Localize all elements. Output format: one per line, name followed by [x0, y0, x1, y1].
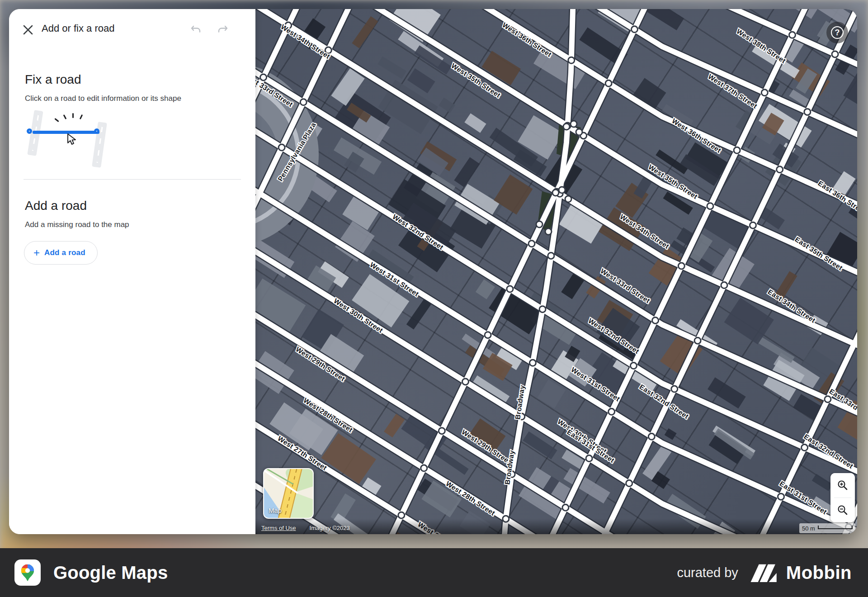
road-node[interactable]	[761, 90, 768, 96]
satellite-map-canvas[interactable]: West 34th StreetWest 36th StreetWest 38t…	[255, 9, 857, 534]
road-node[interactable]	[260, 74, 267, 81]
road-endpoint-right-graphic	[94, 128, 99, 134]
add-a-road-description: Add a missing road to the map	[25, 220, 224, 229]
redo-icon[interactable]	[217, 24, 229, 35]
road-node[interactable]	[398, 512, 405, 518]
dialog-title: Add or fix a road	[42, 23, 114, 34]
add-a-road-heading: Add a road	[25, 199, 255, 213]
question-mark-icon: ?	[831, 26, 844, 39]
mobbin-logo-icon	[750, 563, 780, 582]
road-node[interactable]	[630, 363, 637, 369]
road-node[interactable]	[734, 147, 740, 153]
road-node[interactable]	[548, 252, 554, 259]
scale-line	[818, 526, 853, 529]
terms-of-use-link[interactable]: Terms of Use	[261, 525, 296, 531]
road-node[interactable]	[552, 190, 559, 196]
zoom-in-icon	[837, 479, 849, 491]
road-node[interactable]	[652, 317, 659, 323]
road-node[interactable]	[503, 516, 509, 522]
road-node[interactable]	[576, 129, 582, 135]
add-a-road-button[interactable]: + Add a road	[24, 241, 98, 265]
road-node[interactable]	[565, 196, 571, 202]
road-node[interactable]	[626, 480, 632, 487]
road-node[interactable]	[568, 57, 575, 63]
road-node[interactable]	[507, 286, 513, 292]
road-node[interactable]	[545, 228, 552, 235]
road-node[interactable]	[278, 144, 285, 151]
map-view-toggle-inset[interactable]: Map	[263, 468, 314, 519]
panel-header: Add or fix a road	[9, 9, 255, 51]
fix-a-road-heading: Fix a road	[25, 72, 255, 87]
road-node[interactable]	[562, 504, 569, 511]
road-endpoint-left-graphic	[27, 128, 32, 134]
road-node[interactable]	[586, 455, 592, 462]
road-node[interactable]	[559, 187, 565, 193]
close-icon[interactable]	[22, 24, 34, 36]
road-node[interactable]	[536, 221, 542, 227]
road-overlay-layer[interactable]: West 34th StreetWest 36th StreetWest 38t…	[255, 9, 857, 534]
road-node[interactable]	[528, 241, 535, 247]
section-divider	[24, 179, 241, 180]
add-a-road-button-label: Add a road	[44, 248, 85, 257]
add-or-fix-road-dialog: Add or fix a road Fix a road Click on a …	[9, 9, 857, 534]
road-node[interactable]	[778, 493, 784, 500]
zoom-controls	[830, 473, 855, 522]
fix-a-road-description: Click on a road to edit information or i…	[25, 94, 224, 103]
footer-bar: Google Maps curated by Mobbin	[0, 548, 868, 597]
click-sparkle-graphic	[55, 112, 87, 124]
road-node[interactable]	[802, 445, 808, 451]
road-node[interactable]	[631, 26, 637, 33]
road-node[interactable]	[485, 332, 491, 338]
road-node[interactable]	[678, 263, 684, 269]
imagery-credit: Imagery ©2023	[310, 525, 350, 531]
plus-icon: +	[33, 247, 40, 258]
google-maps-wordmark: Google Maps	[53, 563, 168, 583]
road-node[interactable]	[529, 360, 536, 366]
zoom-out-icon	[837, 504, 849, 516]
road-node[interactable]	[539, 306, 546, 313]
map-attribution: Terms of Use Imagery ©2023	[261, 525, 350, 531]
side-panel: Add or fix a road Fix a road Click on a …	[9, 9, 255, 534]
inset-map-label: Map	[269, 507, 282, 514]
road-node[interactable]	[671, 386, 678, 392]
scale-bar: 50 m	[799, 523, 855, 533]
road-node[interactable]	[439, 428, 445, 434]
scale-label: 50 m	[802, 525, 815, 532]
road-node[interactable]	[804, 109, 811, 115]
road-node[interactable]	[605, 80, 612, 86]
zoom-in-button[interactable]	[830, 473, 855, 498]
road-node[interactable]	[421, 465, 427, 471]
road-node[interactable]	[707, 203, 713, 209]
road-node[interactable]	[777, 166, 783, 173]
road-node[interactable]	[300, 99, 307, 105]
undo-icon[interactable]	[190, 24, 202, 35]
road-node[interactable]	[609, 408, 615, 415]
road-stub-right-graphic	[92, 122, 107, 168]
google-maps-pin-icon	[19, 564, 37, 582]
road-node[interactable]	[721, 282, 727, 289]
curated-by-label: curated by	[677, 565, 738, 580]
road-node[interactable]	[789, 32, 795, 38]
road-node[interactable]	[648, 433, 655, 440]
zoom-out-button[interactable]	[830, 498, 855, 522]
google-maps-app-icon	[14, 559, 41, 586]
road-node[interactable]	[571, 121, 577, 127]
mobbin-wordmark: Mobbin	[786, 563, 852, 583]
cursor-icon	[66, 133, 78, 147]
road-node[interactable]	[750, 222, 756, 228]
road-node[interactable]	[462, 379, 468, 385]
road-node[interactable]	[832, 51, 838, 57]
road-node[interactable]	[563, 123, 570, 130]
road-node[interactable]	[694, 337, 701, 344]
road-node[interactable]	[825, 396, 831, 403]
fix-road-illustration	[27, 114, 118, 164]
help-button[interactable]: ?	[826, 22, 848, 43]
